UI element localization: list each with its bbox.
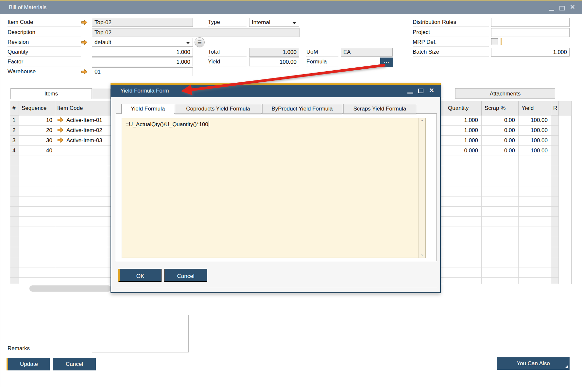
- quantity-field[interactable]: 1.000: [92, 48, 193, 57]
- total-field: 1.000: [249, 48, 299, 57]
- warehouse-label: Warehouse: [8, 68, 81, 76]
- scroll-up-icon[interactable]: ⌃: [419, 119, 426, 125]
- mrp-def-checkbox[interactable]: [491, 38, 498, 45]
- scrap-cell[interactable]: 0.00: [482, 136, 519, 146]
- yield-cell[interactable]: 100.00: [519, 136, 551, 146]
- header-quantity[interactable]: Quantity: [445, 101, 482, 115]
- item-code-label: Item Code: [8, 18, 81, 27]
- yield-cell[interactable]: 100.00: [519, 146, 551, 156]
- tab-hidden-fragment[interactable]: [92, 89, 111, 99]
- type-dropdown[interactable]: Internal: [249, 18, 299, 27]
- scroll-down-icon[interactable]: ⌄: [419, 251, 426, 257]
- revision-label: Revision: [8, 38, 81, 47]
- r-cell[interactable]: [551, 126, 559, 136]
- dialog-titlebar: Yield Formula Form ✕: [111, 85, 441, 97]
- maximize-icon[interactable]: [559, 6, 565, 10]
- batch-size-field[interactable]: 1.000: [491, 48, 570, 57]
- close-icon[interactable]: ✕: [570, 3, 575, 11]
- uom-label: UoM: [306, 48, 338, 57]
- yield-cell[interactable]: 100.00: [519, 126, 551, 136]
- sequence-cell[interactable]: 40: [19, 146, 55, 156]
- minimize-icon[interactable]: [407, 93, 413, 94]
- horizontal-scrollbar[interactable]: [29, 285, 111, 292]
- yield-cell[interactable]: 100.00: [519, 115, 551, 126]
- formula-ellipsis-button[interactable]: ...: [380, 58, 393, 67]
- project-label: Project: [413, 28, 489, 37]
- link-arrow-icon[interactable]: [81, 40, 88, 45]
- update-button[interactable]: Update: [7, 358, 50, 370]
- bill-of-materials-window: Bill of Materials ✕ Item Code Top-02 Des…: [0, 0, 582, 392]
- item-code-text: Active-Item-02: [66, 127, 102, 133]
- r-cell[interactable]: [551, 136, 559, 146]
- link-arrow-icon[interactable]: [57, 117, 64, 123]
- yield-formula-form-dialog: Yield Formula Form ✕ Yield Formula Copro…: [111, 83, 441, 293]
- tab-scraps-yield-formula[interactable]: Scraps Yield Formula: [343, 104, 416, 114]
- item-code-field[interactable]: Top-02: [92, 18, 193, 27]
- tab-yield-formula[interactable]: Yield Formula: [121, 104, 174, 114]
- description-field[interactable]: Top-02: [92, 28, 300, 37]
- row-filler: [559, 146, 571, 156]
- sequence-cell[interactable]: 10: [19, 115, 55, 126]
- menu-icon: ☰: [197, 40, 202, 45]
- uom-field: EA: [341, 48, 393, 57]
- quantity-cell[interactable]: 1.000: [445, 136, 482, 146]
- scrap-cell[interactable]: 0.00: [482, 115, 519, 126]
- revision-dropdown[interactable]: default: [92, 38, 193, 47]
- distribution-rules-label: Distribution Rules: [413, 18, 489, 27]
- scrap-cell[interactable]: 0.00: [482, 126, 519, 136]
- quantity-cell[interactable]: 1.000: [445, 126, 482, 136]
- factor-label: Factor: [8, 58, 81, 66]
- r-cell[interactable]: [551, 115, 559, 126]
- remarks-field[interactable]: [92, 315, 189, 352]
- row-filler: [559, 126, 571, 136]
- window-title: Bill of Materials: [9, 1, 46, 14]
- minimize-icon[interactable]: [549, 10, 554, 11]
- header-r[interactable]: R: [551, 101, 559, 115]
- link-arrow-icon[interactable]: [57, 137, 64, 143]
- quantity-cell[interactable]: 0.000: [445, 146, 482, 156]
- row-number: 3: [10, 136, 19, 146]
- you-can-also-button[interactable]: You Can Also: [497, 357, 570, 370]
- type-value: Internal: [252, 19, 270, 26]
- r-cell[interactable]: [551, 146, 559, 156]
- yield-label: Yield: [208, 58, 247, 66]
- sequence-cell[interactable]: 20: [19, 126, 55, 136]
- header-num[interactable]: #: [10, 101, 19, 115]
- cancel-button[interactable]: Cancel: [53, 358, 96, 370]
- tab-items[interactable]: Items: [10, 88, 92, 99]
- row-number: 1: [10, 115, 19, 126]
- row-filler: [559, 136, 571, 146]
- window-left-edge: [1, 14, 1, 387]
- header-yield[interactable]: Yield: [519, 101, 551, 115]
- row-number: 4: [10, 146, 19, 156]
- item-code-text: Active-Item-01: [66, 117, 102, 123]
- dialog-cancel-button[interactable]: Cancel: [164, 269, 207, 282]
- vertical-scrollbar[interactable]: ⌃ ⌄: [418, 118, 425, 258]
- revision-menu-button[interactable]: ☰: [195, 37, 205, 47]
- tab-byproduct-yield-formula[interactable]: ByProduct Yield Formula: [262, 104, 342, 114]
- tab-attachments[interactable]: Attachments: [455, 88, 555, 99]
- distribution-rules-field[interactable]: [491, 18, 570, 27]
- factor-field[interactable]: 1.000: [92, 58, 193, 66]
- window-titlebar: Bill of Materials ✕: [0, 1, 582, 14]
- row-filler: [559, 115, 571, 126]
- header-sequence[interactable]: Sequence: [19, 101, 55, 115]
- link-arrow-icon[interactable]: [81, 69, 88, 75]
- scrap-cell[interactable]: 0.00: [482, 146, 519, 156]
- link-arrow-icon[interactable]: [81, 20, 88, 25]
- project-field[interactable]: [491, 28, 570, 37]
- header-scrap[interactable]: Scrap %: [482, 101, 519, 115]
- tab-coproducts-yield-formula[interactable]: Coproducts Yield Formula: [175, 104, 261, 114]
- warehouse-field[interactable]: 01: [92, 67, 193, 76]
- text-cursor: [209, 121, 209, 127]
- formula-editor[interactable]: =U_ActualQty()/U_Quantity()*100 ⌃ ⌄: [122, 118, 426, 258]
- quantity-cell[interactable]: 1.000: [445, 115, 482, 126]
- link-arrow-icon[interactable]: [57, 127, 64, 133]
- ok-button[interactable]: OK: [118, 269, 162, 282]
- yield-field[interactable]: 100.00: [249, 58, 299, 66]
- close-icon[interactable]: ✕: [429, 87, 434, 94]
- chevron-down-icon: [186, 42, 190, 44]
- sequence-cell[interactable]: 30: [19, 136, 55, 146]
- maximize-icon[interactable]: [418, 89, 423, 93]
- total-label: Total: [208, 48, 247, 57]
